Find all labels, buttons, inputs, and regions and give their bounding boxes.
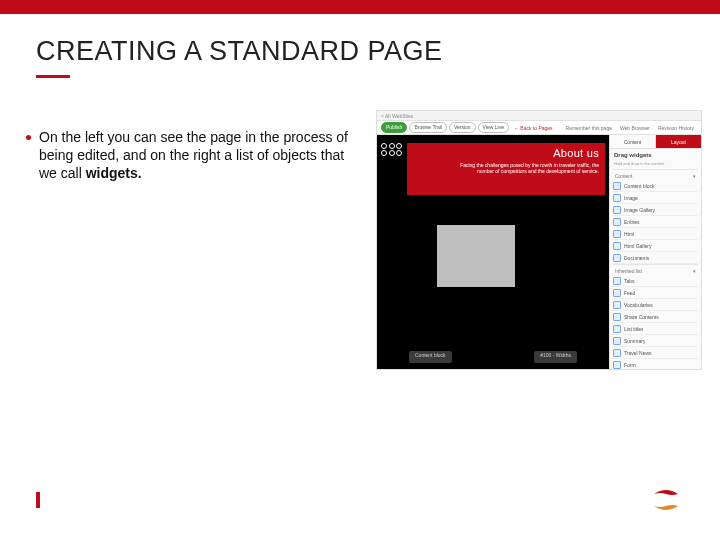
widget-label: Feed (624, 290, 635, 296)
widget-label: Content block (624, 183, 655, 189)
hero-subtitle: Facing the challenges posed by the rowth… (449, 162, 599, 174)
widget-icon (613, 325, 621, 333)
title-underline (36, 75, 70, 78)
editor-canvas[interactable]: About us Facing the challenges posed by … (377, 135, 609, 369)
shot-main: About us Facing the challenges posed by … (377, 135, 701, 369)
widget-item[interactable]: Feed (613, 287, 698, 299)
widget-icon (613, 301, 621, 309)
footer-chip-right[interactable]: #100 - Widths (534, 351, 577, 363)
hero-title: About us (553, 147, 599, 159)
widget-icon (613, 349, 621, 357)
image-placeholder[interactable] (437, 225, 515, 287)
widget-label: Form (624, 362, 636, 368)
widget-item[interactable]: Content block (613, 180, 698, 192)
widget-label: Vocabularies (624, 302, 653, 308)
slide-title: CREATING A STANDARD PAGE (36, 36, 443, 67)
page-number-mark (36, 492, 40, 508)
bullet-list: On the left you can see the page in the … (26, 128, 361, 183)
chevron-down-icon: ▾ (693, 268, 696, 274)
widget-item[interactable]: Html Gallery (613, 240, 698, 252)
widget-item[interactable]: Tabs (613, 275, 698, 287)
widget-label: Travel News (624, 350, 652, 356)
widget-label: Image Gallery (624, 207, 655, 213)
panel-tab-content[interactable]: Content (610, 135, 656, 148)
widget-label: Html Gallery (624, 243, 652, 249)
widget-icon (613, 230, 621, 238)
widget-item[interactable]: Vocabularies (613, 299, 698, 311)
panel-tab-layout[interactable]: Layout (656, 135, 701, 148)
group-label: Inherited list (615, 268, 642, 274)
widget-item[interactable]: List titles (613, 323, 698, 335)
panel-subheading: Hold and drop in the content (610, 161, 701, 169)
social-icon[interactable] (381, 150, 387, 156)
breadcrumb[interactable]: < All WebSites (381, 113, 413, 119)
social-icon[interactable] (389, 143, 395, 149)
widget-item[interactable]: Form (613, 359, 698, 369)
toolbar-link[interactable]: Remember this page (566, 125, 612, 131)
back-link[interactable]: ← Back to Pages (514, 125, 553, 131)
social-icon[interactable] (389, 150, 395, 156)
widget-label: Image (624, 195, 638, 201)
embedded-screenshot: < All WebSites Publish Browse Trail Vers… (376, 110, 702, 370)
chevron-down-icon: ▾ (693, 173, 696, 179)
bullet-item: On the left you can see the page in the … (26, 128, 361, 183)
widget-group-header[interactable]: Content▾ (613, 169, 698, 180)
widget-item[interactable]: Documents (613, 252, 698, 264)
widget-group-header[interactable]: Inherited list▾ (613, 264, 698, 275)
hero-block[interactable]: About us Facing the challenges posed by … (407, 143, 605, 195)
widget-icon (613, 206, 621, 214)
widget-icon (613, 277, 621, 285)
widget-label: Share Contents (624, 314, 659, 320)
widget-label: Entries (624, 219, 640, 225)
toolbar-link[interactable]: Web Browser (620, 125, 650, 131)
widget-label: Html (624, 231, 634, 237)
widget-label: List titles (624, 326, 643, 332)
widget-label: Summary (624, 338, 645, 344)
toolbar-tab[interactable]: View Live (478, 122, 509, 133)
widget-icon (613, 313, 621, 321)
widget-item[interactable]: Travel News (613, 347, 698, 359)
widget-icon (613, 361, 621, 369)
widget-icon (613, 254, 621, 262)
toolbar-tab[interactable]: Version (449, 122, 476, 133)
widget-item[interactable]: Image (613, 192, 698, 204)
widget-item[interactable]: Image Gallery (613, 204, 698, 216)
bullet-text: On the left you can see the page in the … (39, 128, 361, 183)
bullet-text-bold: widgets. (86, 165, 142, 181)
brand-logo-icon (648, 482, 684, 518)
widget-icon (613, 242, 621, 250)
widget-item[interactable]: Share Contents (613, 311, 698, 323)
shot-toolbar: Publish Browse Trail Version View Live ←… (377, 121, 701, 135)
widget-icon (613, 182, 621, 190)
shot-breadcrumb-bar: < All WebSites (377, 111, 701, 121)
toolbar-tab[interactable]: Browse Trail (409, 122, 447, 133)
group-label: Content (615, 173, 633, 179)
widget-item[interactable]: Entries (613, 216, 698, 228)
editor-footer: Content block #100 - Widths (409, 351, 577, 363)
social-icon[interactable] (396, 143, 402, 149)
widget-item[interactable]: Summary (613, 335, 698, 347)
top-accent-bar (0, 0, 720, 14)
slide: CREATING A STANDARD PAGE On the left you… (0, 0, 720, 540)
social-icon[interactable] (381, 143, 387, 149)
publish-button[interactable]: Publish (381, 122, 407, 133)
toolbar-link[interactable]: Revision History (658, 125, 694, 131)
panel-heading: Drag widgets (610, 149, 701, 161)
social-icons (381, 143, 403, 156)
widget-icon (613, 337, 621, 345)
panel-tabs: Content Layout (610, 135, 701, 149)
widget-list: Content▾ Content block Image Image Galle… (610, 169, 701, 369)
widget-label: Tabs (624, 278, 635, 284)
widget-item[interactable]: Html (613, 228, 698, 240)
widgets-panel: Content Layout Drag widgets Hold and dro… (609, 135, 701, 369)
title-block: CREATING A STANDARD PAGE (36, 36, 443, 78)
bullet-dot-icon (26, 135, 31, 140)
social-icon[interactable] (396, 150, 402, 156)
widget-icon (613, 289, 621, 297)
widget-label: Documents (624, 255, 649, 261)
footer-chip-left[interactable]: Content block (409, 351, 452, 363)
widget-icon (613, 218, 621, 226)
widget-icon (613, 194, 621, 202)
